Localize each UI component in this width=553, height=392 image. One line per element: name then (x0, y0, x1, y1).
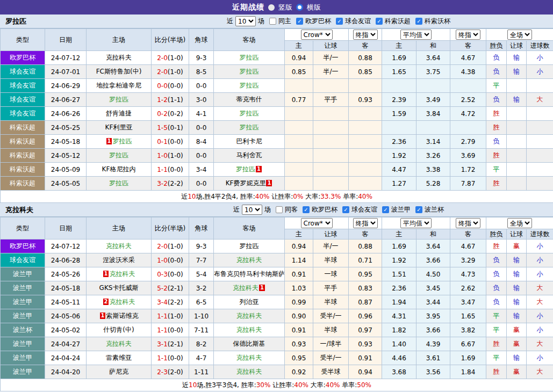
goals-result-cell: 小 (527, 267, 553, 281)
match-score: 2-0(1-0) (152, 51, 189, 65)
odds-source-select[interactable]: Crow* (301, 30, 333, 40)
match-score: 1-2(1-1) (152, 93, 189, 107)
title-bar: 近期战绩 竖版 横版 (0, 0, 553, 14)
match-row: 波兰甲 24-04-24 雷素维亚 1-1(0-0) 4-7 克拉科夫 0.95… (1, 351, 553, 365)
same-venue-label[interactable]: 同主 (278, 17, 291, 26)
match-score: 0-0(0-0) (152, 79, 189, 93)
avg-draw-odds: 3.84 (416, 107, 450, 121)
filter-bar: 罗拉匹 近 10 场 同主 ✓欧罗巴杯✓球会友谊✓科索沃超✓科索沃杯 (0, 14, 553, 28)
corner-score: 3-0 (189, 93, 214, 107)
scope-select[interactable]: 全场 (507, 30, 532, 40)
corner-score: 0-0 (189, 121, 214, 135)
match-date: 24-07-01 (45, 65, 87, 79)
league-badge: 球会友谊 (1, 107, 45, 121)
corner-score: 0-0 (189, 177, 214, 191)
handicap-away-odds: 0.93 (349, 337, 382, 351)
avg-away-odds: 4.67 (450, 51, 486, 65)
league-filter-label[interactable]: 欧罗巴杯 (312, 205, 337, 214)
league-filter-checkbox[interactable]: ✓ (336, 18, 343, 25)
column-header: 客场 (214, 217, 285, 239)
same-venue-checkbox[interactable] (276, 206, 283, 213)
avg-away-odds: 2.62 (450, 281, 486, 295)
sub-column-header: 胜负 (486, 229, 507, 239)
match-date: 24-04-20 (45, 365, 87, 379)
vertical-layout-label[interactable]: 竖版 (278, 3, 292, 12)
handicap-line: 半球 (313, 323, 349, 337)
league-filter-checkbox[interactable]: ✓ (382, 206, 389, 213)
recent-games-select[interactable]: 10 (235, 16, 256, 26)
handicap-away-odds: 0.71 (349, 253, 382, 267)
recent-games-select[interactable]: 10 (242, 205, 262, 215)
avg-home-odds: 2.39 (382, 93, 416, 107)
avg-home-odds: 1.40 (382, 337, 416, 351)
matches-table: 类型日期主场比分(半场)角球客场Crow*终指平均值终指全场 主让球客主和客胜负… (0, 217, 553, 391)
handicap-line (313, 163, 349, 177)
league-badge: 波兰甲 (1, 365, 45, 379)
home-team: 罗拉匹 (87, 149, 152, 163)
result-cell: 负 (486, 281, 507, 295)
avg-away-odds: 1.69 (450, 351, 486, 365)
league-filter-checkbox[interactable]: ✓ (376, 18, 383, 25)
scope-select[interactable]: 全场 (507, 218, 532, 228)
result-cell: 胜 (486, 107, 507, 121)
match-score: 0-3(0-0) (152, 267, 189, 281)
handicap-result-cell: 输 (507, 93, 527, 107)
sub-column-header: 让球 (507, 229, 527, 239)
column-header: 类型 (1, 29, 45, 51)
match-score: 2-0(1-0) (152, 65, 189, 79)
match-score: 0-2(0-2) (152, 107, 189, 121)
match-date: 24-07-12 (45, 239, 87, 253)
same-venue-label[interactable]: 同客 (285, 205, 298, 214)
handicap-line (313, 79, 349, 93)
handicap-away-odds: 0.88 (349, 239, 382, 253)
horizontal-layout-radio[interactable] (296, 4, 303, 11)
handicap-away-odds: 0.97 (349, 323, 382, 337)
handicap-away-odds (349, 121, 382, 135)
league-filter-label[interactable]: 球会友谊 (345, 17, 371, 26)
handicap-result-cell: 输 (507, 65, 527, 79)
handicap-line: 一球 (313, 267, 349, 281)
league-filter-label[interactable]: 波兰杯 (425, 205, 444, 214)
avg-draw-odds: 3.26 (416, 149, 450, 163)
handicap-home-odds: 1.14 (285, 253, 313, 267)
match-row: 波兰甲 24-05-11 2克拉科夫 3-4(2-2) 6-5 列治亚 0.99… (1, 295, 553, 309)
league-filter-label[interactable]: 科索沃杯 (425, 17, 450, 26)
matches-table: 类型日期主场比分(半场)角球客场Crow*终指平均值终指全场 主让球客主和客胜负… (0, 28, 553, 203)
odds-final-select[interactable]: 终指 (353, 30, 378, 40)
summary-text: 近10场,胜3平3负4, 胜率:30% 让胜率:40% 大率:40% 单率:50… (1, 379, 553, 391)
league-filter-checkbox[interactable]: ✓ (342, 206, 349, 213)
match-row: 波兰甲 24-05-18 GKS卡托威斯 5-2(2-1) 3-2 克拉科夫1 … (1, 281, 553, 295)
horizontal-layout-label[interactable]: 横版 (307, 3, 321, 12)
goals-result-cell: 大 (527, 93, 553, 107)
match-score: 1-1(0-0) (152, 323, 189, 337)
handicap-result-cell: 赢 (507, 337, 527, 351)
league-filter-label[interactable]: 科索沃超 (385, 17, 411, 26)
home-team: 1罗拉匹 (87, 135, 152, 149)
league-filter-checkbox[interactable]: ✓ (296, 18, 303, 25)
same-venue-checkbox[interactable] (269, 18, 276, 25)
avg-select[interactable]: 平均值 (400, 218, 432, 228)
avg-final-select[interactable]: 终指 (456, 218, 480, 228)
away-team: 罗拉匹 (214, 65, 285, 79)
avg-away-odds: 4.67 (450, 239, 486, 253)
avg-draw-odds: 5.28 (416, 177, 450, 191)
league-filter-checkbox[interactable]: ✓ (415, 206, 422, 213)
league-filter-label[interactable]: 波兰甲 (391, 205, 411, 214)
league-filter-checkbox[interactable]: ✓ (415, 18, 422, 25)
league-filter-label[interactable]: 欧罗巴杯 (305, 17, 331, 26)
league-filter-label[interactable]: 球会友谊 (351, 205, 377, 214)
league-filter-checkbox[interactable]: ✓ (303, 206, 310, 213)
vertical-layout-radio[interactable] (268, 4, 275, 11)
avg-final-select[interactable]: 终指 (456, 30, 480, 40)
corner-score: 8-4 (189, 135, 214, 149)
odds-final-select[interactable]: 终指 (353, 218, 378, 228)
odds-source-select[interactable]: Crow* (301, 218, 333, 228)
match-score: 5-2(2-1) (152, 281, 189, 295)
handicap-result-cell: 赢 (507, 239, 527, 253)
sub-column-header: 进球数 (527, 41, 553, 51)
home-team: 涅波沃米采 (87, 253, 152, 267)
page-title: 近期战绩 (232, 3, 264, 12)
avg-home-odds: 1.92 (382, 253, 416, 267)
recent-label: 近 (233, 205, 240, 214)
avg-select[interactable]: 平均值 (400, 30, 432, 40)
